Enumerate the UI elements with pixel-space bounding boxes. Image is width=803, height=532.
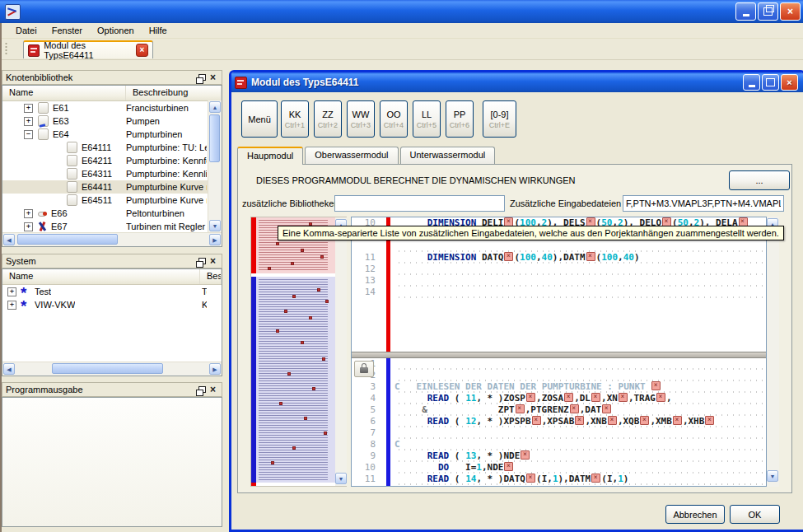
shortcut-button-LL[interactable]: LLCtrl+5	[413, 100, 441, 138]
tree-item-VIW-VKW[interactable]: +VIW-VKWKonze	[2, 298, 222, 311]
float-panel-icon[interactable]	[197, 256, 208, 267]
tree-item-E64111[interactable]: E64111Pumpturbine: TU: Leita	[2, 141, 222, 154]
code-text[interactable]	[394, 358, 766, 370]
tree-item-E66[interactable]: +E66Peltonturbinen	[2, 207, 222, 220]
tree-vertical-scrollbar[interactable]: ▲ ▼	[208, 100, 222, 232]
ellipsis-button[interactable]: ...	[729, 170, 790, 190]
tree-item-E63[interactable]: +E63Pumpen	[2, 114, 222, 128]
code-line-10[interactable]: 10 DO I=1,NDE	[352, 462, 766, 474]
code-text[interactable]: READ ( 12, * )XPSPB,XPSAB,XNB,XQB,XMB,XH…	[394, 416, 766, 427]
shortcut-button-PP[interactable]: PPCtrl+6	[446, 100, 474, 138]
column-beschreibung[interactable]: Beschreibung	[126, 86, 222, 100]
code-line-8[interactable]: 8C	[352, 439, 766, 450]
cancel-button[interactable]: Abbrechen	[665, 505, 725, 524]
code-line[interactable]	[352, 240, 766, 252]
column-name[interactable]: Name	[2, 269, 200, 284]
tree-item-Test[interactable]: +TestTestpr	[2, 285, 222, 298]
system-horizontal-scrollbar[interactable]: ◀ ▶	[2, 362, 222, 376]
scroll-down-icon[interactable]: ▼	[335, 473, 347, 484]
tree-item-E64[interactable]: −E64Pumpturbinen	[2, 128, 222, 141]
shortcut-button-WW[interactable]: WWCtrl+3	[347, 100, 375, 138]
code-line-6[interactable]: 6 READ ( 12, * )XPSPB,XPSAB,XNB,XQB,XMB,…	[352, 416, 766, 427]
menu-optionen[interactable]: Optionen	[90, 24, 142, 37]
tree-column-header[interactable]: Name Besch	[2, 269, 222, 285]
shortcut-button-ZZ[interactable]: ZZCtrl+2	[314, 100, 342, 138]
shortcut-button-OO[interactable]: OOCtrl+4	[380, 100, 408, 138]
tree-horizontal-scrollbar[interactable]: ◀ ▶	[2, 232, 222, 246]
scroll-down-icon[interactable]: ▼	[767, 470, 778, 482]
dialog-close-button[interactable]: ×	[781, 74, 798, 91]
libraries-input[interactable]	[334, 195, 505, 212]
code-text[interactable]: DIMENSION DATQ(100,40),DATM(100,40)	[394, 252, 766, 264]
code-text[interactable]: & ZPT,PTGRENZ,DAT	[394, 404, 766, 416]
code-line-11[interactable]: 11 READ ( 14, * )DATQ(I,1),DATM(I,1)	[352, 474, 766, 485]
tree-item-E64211[interactable]: E64211Pumpturbine: Kennfeld	[2, 154, 222, 167]
restore-button[interactable]	[758, 2, 778, 21]
tree-item-E64311[interactable]: E64311Pumpturbine: Kennlinie	[2, 167, 222, 180]
dialog-maximize-button[interactable]	[762, 74, 779, 91]
expand-icon[interactable]: +	[24, 222, 33, 231]
lock-button[interactable]	[354, 361, 374, 377]
code-text[interactable]: READ ( 13, * )NDE	[394, 450, 766, 462]
close-panel-icon[interactable]: ×	[208, 385, 218, 395]
main-titlebar[interactable]: ×	[0, 0, 803, 23]
code-text[interactable]: DO I=1,NDE	[394, 462, 766, 474]
expand-icon[interactable]: +	[24, 117, 33, 126]
tree-item-E67[interactable]: +E67Turbinen mit Regler	[2, 220, 222, 233]
tab-unterwassermodul[interactable]: Unterwassermodul	[400, 147, 496, 164]
toolbar-grip[interactable]	[5, 42, 7, 56]
document-tab[interactable]: Modul des TypsE64411 ×	[23, 40, 153, 58]
code-pane[interactable]: 10 DIMENSION DELI(100,2), DELS(50,2), DE…	[351, 217, 767, 487]
code-line-14[interactable]: 14	[352, 287, 766, 298]
dialog-minimize-button[interactable]	[743, 74, 760, 91]
minimap-scrollbar[interactable]: ▲ ▼	[335, 217, 347, 486]
scroll-right-icon[interactable]: ▶	[209, 363, 221, 375]
programmausgabe-header[interactable]: Programmausgabe ×	[2, 382, 222, 397]
column-besch[interactable]: Besch	[200, 269, 222, 284]
shortcut-button-0-9[interactable]: [0-9]Ctrl+E	[483, 100, 516, 138]
tab-close-icon[interactable]: ×	[136, 44, 148, 57]
scroll-up-icon[interactable]: ▲	[209, 101, 221, 113]
minimap[interactable]: ▲ ▼	[250, 217, 347, 487]
expand-icon[interactable]: +	[24, 104, 33, 113]
collapse-icon[interactable]: −	[24, 130, 33, 139]
code-line-5[interactable]: 5 & ZPT,PTGRENZ,DAT	[352, 404, 766, 416]
scroll-right-icon[interactable]: ▶	[209, 234, 221, 245]
scrollbar-thumb[interactable]	[209, 114, 220, 162]
close-button[interactable]: ×	[780, 2, 801, 21]
code-line-12[interactable]: 12	[352, 264, 766, 275]
menu-datei[interactable]: Datei	[8, 24, 44, 37]
scroll-left-icon[interactable]: ◀	[3, 363, 15, 375]
float-panel-icon[interactable]	[197, 72, 208, 83]
ok-button[interactable]: OK	[730, 505, 780, 524]
tree-item-E64411[interactable]: E64411Pumpturbine Kurve n1	[2, 180, 222, 194]
scrollbar-thumb[interactable]	[17, 234, 118, 245]
minimize-button[interactable]	[735, 2, 756, 21]
tab-oberwassermodul[interactable]: Oberwassermodul	[305, 147, 398, 164]
expand-icon[interactable]: +	[7, 301, 16, 310]
code-line-2[interactable]: 2	[352, 370, 766, 381]
code-text[interactable]: READ ( 11, * )ZOSP,ZOSA,DL,XN,TRAG,	[394, 393, 766, 404]
code-text[interactable]	[394, 370, 766, 381]
system-header[interactable]: System ×	[2, 254, 222, 268]
tree-item-E64511[interactable]: E64511Pumpturbine Kurve n1	[2, 194, 222, 207]
code-line-9[interactable]: 9 READ ( 13, * )NDE	[352, 450, 766, 462]
menu-hilfe[interactable]: Hilfe	[142, 24, 175, 37]
code-line-4[interactable]: 4 READ ( 11, * )ZOSP,ZOSA,DL,XN,TRAG,	[352, 393, 766, 404]
tree-column-header[interactable]: Name Beschreibung	[2, 86, 222, 101]
scroll-down-icon[interactable]: ▼	[209, 220, 221, 231]
code-text[interactable]: READ ( 14, * )DATQ(I,1),DATM(I,1)	[394, 474, 766, 485]
code-text[interactable]	[394, 240, 766, 252]
menu-fenster[interactable]: Fenster	[44, 24, 90, 37]
programmausgabe-output[interactable]	[2, 397, 222, 527]
close-panel-icon[interactable]: ×	[208, 72, 218, 83]
scroll-left-icon[interactable]: ◀	[3, 234, 15, 245]
code-text[interactable]: C	[394, 439, 766, 450]
close-panel-icon[interactable]: ×	[208, 256, 218, 267]
code-line-11[interactable]: 11 DIMENSION DATQ(100,40),DATM(100,40)	[352, 252, 766, 264]
tab-haupmodul[interactable]: Haupmodul	[237, 147, 303, 165]
shortcut-button-KK[interactable]: KKCtrl+1	[281, 100, 309, 138]
expand-icon[interactable]: +	[24, 209, 33, 218]
code-line-7[interactable]: 7	[352, 427, 766, 439]
code-line-3[interactable]: 3C EINLESEN DER DATEN DER PUMPTURBINE : …	[352, 381, 766, 393]
